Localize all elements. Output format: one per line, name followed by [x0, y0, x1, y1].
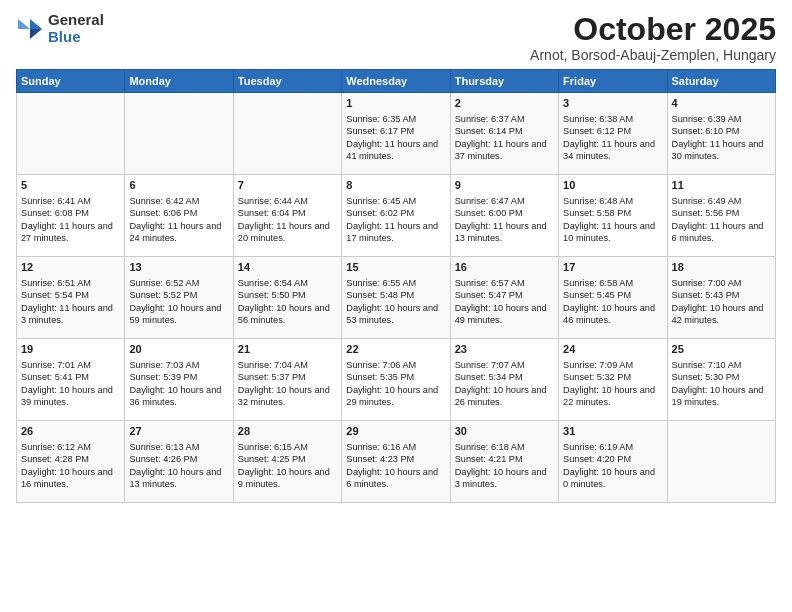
calendar-cell: 29Sunrise: 6:16 AMSunset: 4:23 PMDayligh… [342, 421, 450, 503]
cell-content: 28Sunrise: 6:15 AMSunset: 4:25 PMDayligh… [238, 424, 337, 491]
cell-content: 27Sunrise: 6:13 AMSunset: 4:26 PMDayligh… [129, 424, 228, 491]
calendar-header: Sunday Monday Tuesday Wednesday Thursday… [17, 70, 776, 93]
title-block: October 2025 Arnot, Borsod-Abauj-Zemplen… [530, 12, 776, 63]
calendar-cell: 17Sunrise: 6:58 AMSunset: 5:45 PMDayligh… [559, 257, 667, 339]
cell-line: Daylight: 10 hours and 13 minutes. [129, 466, 228, 491]
calendar-cell: 18Sunrise: 7:00 AMSunset: 5:43 PMDayligh… [667, 257, 775, 339]
cell-line: Sunset: 5:37 PM [238, 371, 337, 383]
calendar-cell: 21Sunrise: 7:04 AMSunset: 5:37 PMDayligh… [233, 339, 341, 421]
calendar-cell: 6Sunrise: 6:42 AMSunset: 6:06 PMDaylight… [125, 175, 233, 257]
calendar-page: General Blue October 2025 Arnot, Borsod-… [0, 0, 792, 612]
day-number: 30 [455, 424, 554, 439]
day-number: 19 [21, 342, 120, 357]
svg-marker-2 [18, 19, 30, 29]
day-number: 25 [672, 342, 771, 357]
svg-marker-0 [30, 19, 42, 29]
location-title: Arnot, Borsod-Abauj-Zemplen, Hungary [530, 47, 776, 63]
calendar-cell [17, 93, 125, 175]
week-row-2: 12Sunrise: 6:51 AMSunset: 5:54 PMDayligh… [17, 257, 776, 339]
cell-line: Sunset: 6:10 PM [672, 125, 771, 137]
cell-line: Sunrise: 6:48 AM [563, 195, 662, 207]
cell-content: 19Sunrise: 7:01 AMSunset: 5:41 PMDayligh… [21, 342, 120, 409]
day-number: 29 [346, 424, 445, 439]
cell-line: Sunrise: 7:10 AM [672, 359, 771, 371]
cell-line: Sunset: 5:47 PM [455, 289, 554, 301]
cell-content: 25Sunrise: 7:10 AMSunset: 5:30 PMDayligh… [672, 342, 771, 409]
calendar-cell [233, 93, 341, 175]
cell-content: 13Sunrise: 6:52 AMSunset: 5:52 PMDayligh… [129, 260, 228, 327]
cell-line: Daylight: 10 hours and 36 minutes. [129, 384, 228, 409]
calendar-cell: 12Sunrise: 6:51 AMSunset: 5:54 PMDayligh… [17, 257, 125, 339]
cell-content: 4Sunrise: 6:39 AMSunset: 6:10 PMDaylight… [672, 96, 771, 163]
cell-line: Sunrise: 7:04 AM [238, 359, 337, 371]
cell-line: Daylight: 10 hours and 22 minutes. [563, 384, 662, 409]
cell-line: Sunrise: 6:38 AM [563, 113, 662, 125]
cell-line: Sunrise: 6:47 AM [455, 195, 554, 207]
calendar-cell: 20Sunrise: 7:03 AMSunset: 5:39 PMDayligh… [125, 339, 233, 421]
cell-content: 31Sunrise: 6:19 AMSunset: 4:20 PMDayligh… [563, 424, 662, 491]
calendar-cell: 26Sunrise: 6:12 AMSunset: 4:28 PMDayligh… [17, 421, 125, 503]
cell-line: Sunrise: 7:00 AM [672, 277, 771, 289]
week-row-4: 26Sunrise: 6:12 AMSunset: 4:28 PMDayligh… [17, 421, 776, 503]
month-title: October 2025 [530, 12, 776, 47]
day-number: 1 [346, 96, 445, 111]
cell-line: Sunset: 6:02 PM [346, 207, 445, 219]
day-number: 8 [346, 178, 445, 193]
cell-line: Sunrise: 7:07 AM [455, 359, 554, 371]
cell-line: Sunset: 5:43 PM [672, 289, 771, 301]
logo-icon [16, 15, 44, 43]
calendar-cell: 11Sunrise: 6:49 AMSunset: 5:56 PMDayligh… [667, 175, 775, 257]
cell-content: 29Sunrise: 6:16 AMSunset: 4:23 PMDayligh… [346, 424, 445, 491]
cell-line: Daylight: 10 hours and 6 minutes. [346, 466, 445, 491]
cell-line: Daylight: 11 hours and 17 minutes. [346, 220, 445, 245]
cell-line: Sunset: 6:04 PM [238, 207, 337, 219]
calendar-cell: 14Sunrise: 6:54 AMSunset: 5:50 PMDayligh… [233, 257, 341, 339]
cell-line: Sunset: 4:20 PM [563, 453, 662, 465]
cell-content: 30Sunrise: 6:18 AMSunset: 4:21 PMDayligh… [455, 424, 554, 491]
cell-line: Sunrise: 6:16 AM [346, 441, 445, 453]
cell-line: Daylight: 10 hours and 42 minutes. [672, 302, 771, 327]
calendar-cell [125, 93, 233, 175]
cell-line: Sunset: 5:39 PM [129, 371, 228, 383]
cell-content: 16Sunrise: 6:57 AMSunset: 5:47 PMDayligh… [455, 260, 554, 327]
cell-content: 22Sunrise: 7:06 AMSunset: 5:35 PMDayligh… [346, 342, 445, 409]
calendar-cell: 7Sunrise: 6:44 AMSunset: 6:04 PMDaylight… [233, 175, 341, 257]
cell-line: Sunrise: 6:54 AM [238, 277, 337, 289]
day-number: 4 [672, 96, 771, 111]
calendar-cell: 2Sunrise: 6:37 AMSunset: 6:14 PMDaylight… [450, 93, 558, 175]
day-number: 14 [238, 260, 337, 275]
col-tuesday: Tuesday [233, 70, 341, 93]
cell-line: Daylight: 10 hours and 39 minutes. [21, 384, 120, 409]
logo: General Blue [16, 12, 104, 45]
cell-line: Daylight: 10 hours and 16 minutes. [21, 466, 120, 491]
cell-line: Sunrise: 6:42 AM [129, 195, 228, 207]
cell-content: 9Sunrise: 6:47 AMSunset: 6:00 PMDaylight… [455, 178, 554, 245]
cell-content: 26Sunrise: 6:12 AMSunset: 4:28 PMDayligh… [21, 424, 120, 491]
cell-line: Sunset: 6:00 PM [455, 207, 554, 219]
cell-line: Sunset: 5:58 PM [563, 207, 662, 219]
day-number: 20 [129, 342, 228, 357]
cell-line: Sunset: 5:32 PM [563, 371, 662, 383]
cell-content: 5Sunrise: 6:41 AMSunset: 6:08 PMDaylight… [21, 178, 120, 245]
cell-line: Sunrise: 6:58 AM [563, 277, 662, 289]
day-number: 15 [346, 260, 445, 275]
cell-line: Sunrise: 6:51 AM [21, 277, 120, 289]
cell-line: Sunrise: 6:57 AM [455, 277, 554, 289]
cell-line: Daylight: 11 hours and 37 minutes. [455, 138, 554, 163]
cell-content: 14Sunrise: 6:54 AMSunset: 5:50 PMDayligh… [238, 260, 337, 327]
calendar-cell: 27Sunrise: 6:13 AMSunset: 4:26 PMDayligh… [125, 421, 233, 503]
cell-line: Daylight: 11 hours and 27 minutes. [21, 220, 120, 245]
header-row: Sunday Monday Tuesday Wednesday Thursday… [17, 70, 776, 93]
day-number: 17 [563, 260, 662, 275]
cell-line: Sunrise: 6:18 AM [455, 441, 554, 453]
cell-content: 18Sunrise: 7:00 AMSunset: 5:43 PMDayligh… [672, 260, 771, 327]
cell-line: Sunset: 4:23 PM [346, 453, 445, 465]
cell-line: Sunset: 4:28 PM [21, 453, 120, 465]
cell-line: Daylight: 11 hours and 34 minutes. [563, 138, 662, 163]
cell-content: 1Sunrise: 6:35 AMSunset: 6:17 PMDaylight… [346, 96, 445, 163]
calendar-cell: 19Sunrise: 7:01 AMSunset: 5:41 PMDayligh… [17, 339, 125, 421]
calendar-cell: 8Sunrise: 6:45 AMSunset: 6:02 PMDaylight… [342, 175, 450, 257]
cell-line: Daylight: 11 hours and 6 minutes. [672, 220, 771, 245]
cell-line: Daylight: 10 hours and 53 minutes. [346, 302, 445, 327]
cell-line: Sunrise: 6:13 AM [129, 441, 228, 453]
